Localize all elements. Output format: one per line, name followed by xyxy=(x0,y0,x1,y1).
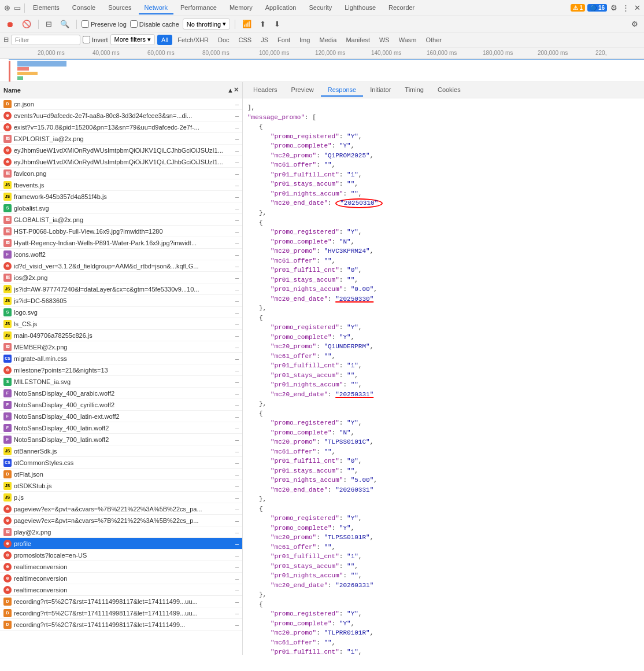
filter-manifest[interactable]: Manifest xyxy=(342,35,374,45)
file-item[interactable]: 🖼favicon.png– xyxy=(0,168,242,179)
tab-sources[interactable]: Sources xyxy=(102,2,137,14)
tab-console[interactable]: Console xyxy=(66,2,101,14)
file-item[interactable]: DotFlat.json– xyxy=(0,469,242,480)
tab-application[interactable]: Application xyxy=(260,2,302,14)
tab-security[interactable]: Security xyxy=(303,2,338,14)
file-item[interactable]: FNotoSansDisplay_400_latin.woff2– xyxy=(0,422,242,434)
file-item[interactable]: JSjs?id=DC-5683605– xyxy=(0,295,242,307)
file-item[interactable]: JSotSDKStub.js– xyxy=(0,480,242,492)
record-stop-icon[interactable]: ⏺ xyxy=(3,19,16,30)
tab-memory[interactable]: Memory xyxy=(224,2,258,14)
file-item[interactable]: JSmain-049706a78255c826.js– xyxy=(0,330,242,341)
search-icon[interactable]: 🔍 xyxy=(58,19,72,30)
file-item[interactable]: JSjs?id=AW-977747240&l=dataLayer&cx=c&gt… xyxy=(0,283,242,295)
more-filters-btn[interactable]: More filters ▾ xyxy=(110,34,155,45)
filter-other[interactable]: Other xyxy=(421,35,446,45)
file-item[interactable]: ⊕events?uu=d9afcedc-2e7f-aa8a-80c8-3d3d2… xyxy=(0,110,242,121)
file-item[interactable]: FNotoSansDisplay_400_latin-ext.woff2– xyxy=(0,411,242,422)
filter-media[interactable]: Media xyxy=(315,35,340,45)
tab-elements[interactable]: Elements xyxy=(27,2,65,14)
file-item[interactable]: ⊕eyJhbm9ueW1vdXMiOnRydWUsImtpbmQiOiJKV1Q… xyxy=(0,156,242,168)
file-item[interactable]: 🖼GLOBALIST_ia@2x.png– xyxy=(0,214,242,226)
file-item[interactable]: JSls_CS.js– xyxy=(0,318,242,330)
filter-input[interactable] xyxy=(11,35,80,45)
filter-css[interactable]: CSS xyxy=(235,35,256,45)
filter-fetch-xhr[interactable]: Fetch/XHR xyxy=(173,35,213,45)
file-item[interactable]: 🖼play@2x.png– xyxy=(0,526,242,538)
close-detail-btn[interactable]: ✕ xyxy=(234,86,239,94)
close-devtools-icon[interactable]: ✕ xyxy=(632,3,642,13)
upload-icon[interactable]: ⬆ xyxy=(257,19,268,30)
file-item[interactable]: ⊕realtimeconversion– xyxy=(0,573,242,584)
filter-doc[interactable]: Doc xyxy=(214,35,234,45)
file-item[interactable]: ⊕eyJhbm9ueW1vdXMiOnRydWUsImtpbmQiOiJKV1Q… xyxy=(0,145,242,156)
file-item[interactable]: ⊕realtimeconversion– xyxy=(0,561,242,573)
file-item[interactable]: 🖼Hyatt-Regency-Indian-Wells-P891-Water-P… xyxy=(0,237,242,249)
file-item[interactable]: Sglobalist.svg– xyxy=(0,202,242,214)
file-item[interactable]: SMILESTONE_ia.svg– xyxy=(0,376,242,388)
file-item[interactable]: CSotCommonStyles.css– xyxy=(0,457,242,469)
file-item[interactable]: Slogo.svg– xyxy=(0,307,242,318)
file-item[interactable]: Drecording?rt=5%2C7&rst=1741114998117&le… xyxy=(0,607,242,619)
file-item[interactable]: FNotoSansDisplay_400_arabic.woff2– xyxy=(0,388,242,399)
wifi-icon[interactable]: 📶 xyxy=(240,19,254,30)
file-item[interactable]: 🖼ios@2x.png– xyxy=(0,272,242,283)
file-item[interactable]: ⊕id?d_visid_ver=3.1.2&d_fieldgroup=AAM&d… xyxy=(0,260,242,272)
file-item[interactable]: ⊕pageview?ex=&pvt=n&cvars=%7B%221%22%3A%… xyxy=(0,515,242,526)
file-item[interactable]: JSfbevents.js– xyxy=(0,179,242,191)
json-line: "pr01_fulfill_cnt": "1", xyxy=(247,647,639,655)
file-item[interactable]: ⊕profile– xyxy=(0,538,242,550)
filter-font[interactable]: Font xyxy=(273,35,294,45)
tab-cookies[interactable]: Cookies xyxy=(431,84,468,97)
throttle-dropdown[interactable]: No throttling ▾ xyxy=(183,19,230,30)
file-item[interactable]: ⊕realtimeconversion– xyxy=(0,584,242,596)
filter-ws[interactable]: WS xyxy=(375,35,394,45)
disable-cache-label[interactable]: Disable cache xyxy=(130,20,179,28)
sort-icon[interactable]: ▲ xyxy=(227,87,234,94)
file-item[interactable]: Drecording?rt=5%2C7&rst=1741114998117&le… xyxy=(0,619,242,631)
disable-cache-checkbox[interactable] xyxy=(130,20,138,28)
file-item[interactable]: Dcn.json– xyxy=(0,98,242,110)
filter-icon[interactable]: ⊟ xyxy=(43,19,54,30)
file-item[interactable]: JSframework-945b357d4a851f4b.js– xyxy=(0,191,242,202)
file-item[interactable]: ⊕promoslots?locale=en-US– xyxy=(0,550,242,561)
tab-performance[interactable]: Performance xyxy=(175,2,223,14)
tab-headers[interactable]: Headers xyxy=(246,84,284,97)
file-item[interactable]: ⊕milestone?points=218&nights=13– xyxy=(0,364,242,376)
file-item[interactable]: ⊕pageview?ex=&pvt=a&cvars=%7B%221%22%3A%… xyxy=(0,503,242,515)
download-icon[interactable]: ⬇ xyxy=(272,19,283,30)
file-item[interactable]: JSotBannerSdk.js– xyxy=(0,445,242,457)
file-item[interactable]: ⊕exist?v=15.70.8&pid=15200&pn=13&sn=79&u… xyxy=(0,121,242,133)
file-item[interactable]: JSp.js– xyxy=(0,492,242,503)
more-options-icon[interactable]: ⋮ xyxy=(621,3,630,13)
tab-initiator[interactable]: Initiator xyxy=(363,84,398,97)
file-item[interactable]: Drecording?rt=5%2C7&rst=1741114998117&le… xyxy=(0,596,242,607)
settings-icon[interactable]: ⚙ xyxy=(609,3,619,13)
tab-preview[interactable]: Preview xyxy=(284,84,321,97)
preserve-log-label[interactable]: Preserve log xyxy=(82,20,127,28)
tab-response[interactable]: Response xyxy=(321,84,364,97)
tab-lighthouse[interactable]: Lighthouse xyxy=(339,2,382,14)
file-item[interactable]: 🖼HST-P0068-Lobby-Full-View.16x9.jpg?imwi… xyxy=(0,226,242,237)
tab-timing[interactable]: Timing xyxy=(398,84,431,97)
invert-label[interactable]: Invert xyxy=(83,36,108,43)
file-item[interactable]: 🖼MEMBER@2x.png– xyxy=(0,341,242,353)
clear-icon[interactable]: 🚫 xyxy=(20,19,34,30)
network-settings-icon[interactable]: ⚙ xyxy=(629,19,641,30)
file-name-text: eyJhbm9ueW1vdXMiOnRydWUsImtpbmQiOiJKV1Qi… xyxy=(14,147,227,154)
file-item[interactable]: 🖼EXPLORIST_ia@2x.png– xyxy=(0,133,242,145)
file-item[interactable]: FNotoSansDisplay_700_latin.woff2– xyxy=(0,434,242,445)
filter-wasm[interactable]: Wasm xyxy=(395,35,421,45)
file-item[interactable]: CSmigrate-all.min.css– xyxy=(0,353,242,364)
filter-img[interactable]: Img xyxy=(295,35,314,45)
devtools-device-icon[interactable]: ▭ xyxy=(13,3,22,13)
file-item[interactable]: FNotoSansDisplay_400_cyrillic.woff2– xyxy=(0,399,242,411)
tab-recorder[interactable]: Recorder xyxy=(383,2,420,14)
filter-all[interactable]: All xyxy=(157,35,172,45)
file-item[interactable]: Ficons.woff2– xyxy=(0,249,242,260)
preserve-log-checkbox[interactable] xyxy=(82,20,89,28)
filter-js[interactable]: JS xyxy=(257,35,272,45)
tab-network[interactable]: Network xyxy=(139,2,173,14)
devtools-cursor-icon[interactable]: ⊕ xyxy=(2,3,12,13)
invert-checkbox[interactable] xyxy=(83,36,90,43)
